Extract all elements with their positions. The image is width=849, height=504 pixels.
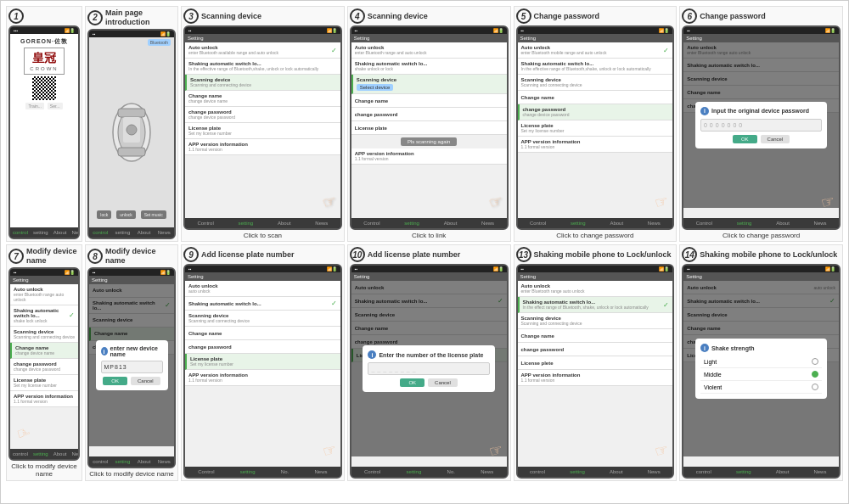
- license-4[interactable]: License plate: [351, 121, 507, 135]
- nav-control-2[interactable]: control: [90, 229, 110, 236]
- nav-control-3[interactable]: Control: [194, 220, 216, 227]
- change-name-4[interactable]: Change name: [351, 94, 507, 108]
- change-pwd-5[interactable]: change passwordchange device password: [518, 104, 673, 120]
- radio-violent[interactable]: [812, 384, 818, 390]
- step-title-2: Main page introduction: [105, 8, 176, 27]
- nav-setting-2[interactable]: setting: [113, 229, 133, 236]
- settings-list-4: Auto unlockenter Bluetooth range and aut…: [351, 42, 507, 218]
- nav-control-4[interactable]: Control: [361, 220, 382, 227]
- dialog-ok-btn-6[interactable]: OK: [733, 135, 757, 143]
- settings-list-3: Auto unlockenter Bluetooth available ran…: [185, 42, 340, 218]
- shake-light[interactable]: Light: [700, 356, 822, 368]
- shaking-13[interactable]: Shaking automatic switch lo...In the eff…: [518, 297, 673, 313]
- shake-violent[interactable]: Violent: [700, 381, 822, 394]
- auto-unlock-4[interactable]: Auto unlockenter Bluetooth range and aut…: [351, 42, 507, 59]
- nav-setting-3[interactable]: setting: [235, 220, 256, 227]
- shake-violent-label: Violent: [704, 384, 722, 390]
- app-version-4[interactable]: APP version information1.1 formal versio…: [351, 148, 507, 165]
- nav-news-3[interactable]: News: [312, 220, 330, 227]
- bluetooth-badge: Bluetooth: [148, 39, 171, 46]
- nav-about-2[interactable]: About: [135, 229, 154, 236]
- nav-control-1[interactable]: control: [10, 229, 31, 236]
- shake-dialog-title: Shake strength: [711, 345, 755, 351]
- service-label: Ser...: [48, 103, 63, 109]
- nav-setting-1[interactable]: setting: [31, 229, 51, 236]
- shake-light-label: Light: [704, 359, 717, 365]
- qr-code: [32, 76, 56, 100]
- dialog-cancel-btn-10[interactable]: Cancel: [428, 378, 458, 387]
- step-title-13: Shaking mobile phone to Lock/unlock: [534, 250, 672, 260]
- change-pwd-4[interactable]: change password: [351, 108, 507, 121]
- step-4: 4 Scanning device ▪▪ 📶🔋 Setting Auto unl…: [347, 6, 511, 242]
- shaking-5[interactable]: Shaking automatic switch lo...In the eff…: [518, 59, 673, 75]
- step-8: 8 Modify device name ▪▪ 📶🔋 Setting Auto …: [85, 244, 178, 480]
- brand-name: GOREON·佐敦: [20, 37, 68, 46]
- auto-unlock-5[interactable]: Auto unlockenter Bluetooth mobile range …: [518, 42, 673, 59]
- step-5: 5 Change password ▪▪ 📶🔋 Setting Auto unl…: [514, 6, 678, 242]
- step-2: 2 Main page introduction ▪▪ 📶🔋 Bluetooth: [85, 6, 178, 242]
- change-name-3[interactable]: Change namechange device name: [185, 91, 340, 107]
- change-pwd-3[interactable]: change passwordchange device password: [185, 107, 340, 123]
- pwd-input[interactable]: 0000000: [700, 119, 822, 132]
- step-number-6: 6: [682, 8, 697, 24]
- step-10: 10 Add license plate number ▪▪ 📶🔋 Settin…: [347, 244, 511, 480]
- radio-middle[interactable]: [812, 371, 818, 378]
- license-3[interactable]: License plateSet my license number: [185, 123, 340, 139]
- dialog-cancel-btn-8[interactable]: Cancel: [131, 377, 160, 385]
- train-label: Train...: [25, 103, 43, 109]
- dialog-cancel-btn-6[interactable]: Cancel: [761, 135, 790, 143]
- scanning-3[interactable]: Scanning deviceScanning and connecting d…: [185, 75, 340, 91]
- step-7: 7 Modify device name ▪▪ 📶🔋 Setting Auto …: [6, 244, 82, 480]
- step-title-5: Change password: [534, 12, 600, 21]
- nav-setting-4[interactable]: setting: [402, 220, 422, 227]
- lock-btn[interactable]: lock: [97, 210, 111, 219]
- auto-unlock-3[interactable]: Auto unlockenter Bluetooth available ran…: [185, 42, 340, 59]
- nav-about-4[interactable]: About: [441, 220, 460, 227]
- license-5[interactable]: License plateSet my license number: [518, 120, 673, 137]
- nav-news-4[interactable]: News: [479, 220, 497, 227]
- step-number-4: 4: [350, 8, 365, 24]
- phone-screen-10: ▪▪ 📶🔋 Setting Auto unlock Shaking automa…: [350, 264, 509, 478]
- step-3: 3 Scanning device ▪▪ 📶🔋 Setting Auto unl…: [181, 6, 345, 242]
- change-name-7[interactable]: Change namechange device name: [10, 343, 78, 359]
- car-music-btn[interactable]: Set music: [141, 210, 166, 219]
- shake-dialog: i Shake strength Light Middle: [695, 339, 827, 399]
- shaking-4[interactable]: Shaking automatic switch lo...shake unlo…: [351, 59, 507, 75]
- license-9[interactable]: License plateSet my license number: [185, 354, 340, 370]
- name-input[interactable]: MP813: [101, 361, 163, 373]
- pwd-dialog: i Input the original device password 000…: [695, 102, 827, 148]
- nav-about-3[interactable]: About: [275, 220, 294, 227]
- shake-dialog-overlay: i Shake strength Light Middle: [683, 281, 839, 456]
- dialog-ok-btn-8[interactable]: OK: [103, 377, 127, 385]
- nav-news-2[interactable]: News: [155, 229, 173, 236]
- step-caption-7: Click to modify device name: [8, 462, 80, 479]
- info-icon-6: i: [700, 107, 709, 115]
- dialog-ok-btn-10[interactable]: OK: [400, 378, 424, 387]
- phone-screen-1: ▪▪▪ 📶🔋 GOREON·佐敦 皇冠 CROWN Train... Ser..…: [8, 25, 80, 239]
- plate-input[interactable]: ________: [368, 362, 489, 375]
- step-number-14: 14: [682, 247, 697, 262]
- phone-screen-8: ▪▪ 📶🔋 Setting Auto unlock Shaking automa…: [87, 267, 176, 468]
- step-caption-5: Click to change password: [556, 232, 633, 240]
- unlock-btn[interactable]: unlock: [116, 210, 135, 219]
- pls-scanning-btn[interactable]: Pls scanning again: [401, 137, 457, 146]
- nav-about-1[interactable]: About: [51, 229, 70, 236]
- step-number-7: 7: [8, 249, 24, 264]
- step-14: 14 Shaking mobile phone to Lock/unlock ▪…: [679, 244, 843, 480]
- shake-middle[interactable]: Middle: [700, 368, 822, 381]
- scanning-5[interactable]: Scanning deviceScanning and connecting d…: [518, 75, 673, 91]
- step-title-8: Modify device name: [105, 247, 176, 266]
- step-caption-4: Click to link: [412, 232, 446, 240]
- radio-light[interactable]: [812, 358, 818, 365]
- nav-news-1[interactable]: News: [69, 229, 80, 236]
- change-name-5[interactable]: Change name: [518, 91, 673, 104]
- phone-screen-6: ▪▪ 📶🔋 Setting Auto unlockenter Bluetooth…: [682, 25, 841, 230]
- step-title-7: Modify device name: [26, 247, 80, 266]
- shaking-3[interactable]: Shaking automatic switch lo...In the eff…: [185, 59, 340, 75]
- app-version-3[interactable]: APP version information1.1 formal versio…: [185, 139, 340, 155]
- scanning-4[interactable]: Scanning device Select device: [351, 75, 507, 94]
- step-number-2: 2: [87, 10, 103, 25]
- dialog-title-8: enter new device name: [110, 345, 163, 357]
- app-version-5[interactable]: APP version information1.1 formal versio…: [518, 137, 673, 153]
- select-device-btn[interactable]: Select device: [357, 84, 394, 91]
